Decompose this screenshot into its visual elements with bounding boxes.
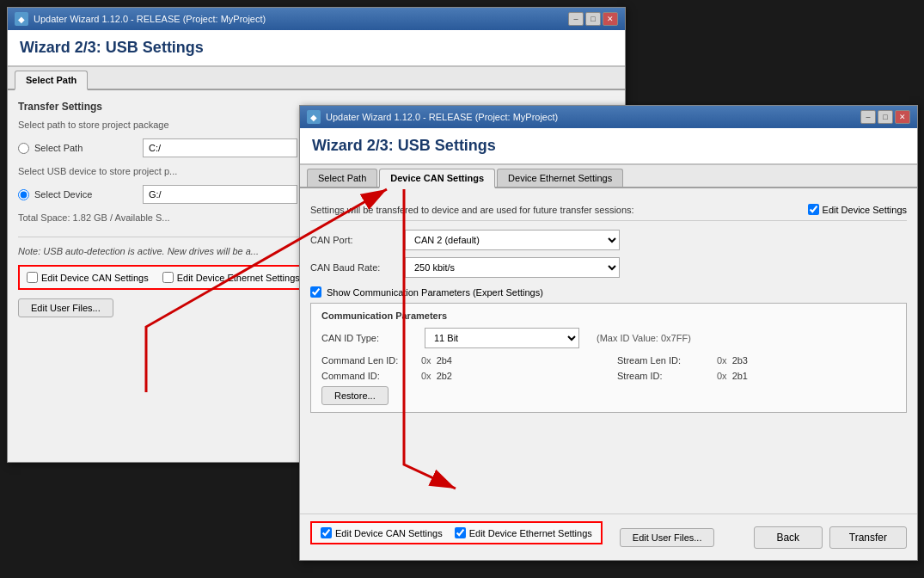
can-port-row: CAN Port: CAN 2 (default) — [310, 230, 907, 250]
show-params-label: Show Communication Parameters (Expert Se… — [327, 287, 543, 298]
back-btn[interactable]: Back — [754, 526, 823, 549]
edit-can-label-1: Edit Device CAN Settings — [41, 273, 149, 283]
can-id-type-select[interactable]: 11 Bit — [425, 328, 579, 348]
stream-id-hex: 0x — [717, 371, 727, 381]
close-btn-2[interactable]: ✕ — [895, 110, 910, 124]
settings-description: Settings will be transfered to device an… — [310, 205, 634, 215]
window-title-2: Updater Wizard 1.12.0 - RELEASE (Project… — [326, 112, 558, 122]
stream-len-id-value: 2b3 — [732, 355, 748, 366]
titlebar-1: ◆ Updater Wizard 1.12.0 - RELEASE (Proje… — [8, 8, 625, 30]
transfer-btn[interactable]: Transfer — [829, 526, 907, 549]
tab-bar-2: Select Path Device CAN Settings Device E… — [300, 165, 917, 188]
command-id-value: 2b2 — [437, 371, 452, 381]
restore-btn[interactable]: Restore... — [321, 386, 389, 405]
stream-id-value: 2b1 — [732, 371, 748, 381]
tab-select-path-1[interactable]: Select Path — [15, 71, 88, 90]
path-input[interactable] — [143, 138, 297, 157]
can-baud-label: CAN Baud Rate: — [310, 262, 396, 273]
edit-user-files-btn-1[interactable]: Edit User Files... — [18, 298, 113, 317]
params-grid: Command Len ID: 0x 2b4 Stream Len ID: 0x… — [321, 355, 896, 381]
titlebar-2: ◆ Updater Wizard 1.12.0 - RELEASE (Proje… — [300, 106, 917, 128]
show-params-row: Show Communication Parameters (Expert Se… — [310, 286, 907, 298]
can-baud-row: CAN Baud Rate: 250 kbit/s — [310, 257, 907, 278]
edit-ethernet-label-1: Edit Device Ethernet Settings — [177, 273, 300, 283]
edit-ethernet-label-2: Edit Device Ethernet Settings — [469, 528, 592, 538]
device-input[interactable] — [143, 185, 297, 204]
tab-can-settings[interactable]: Device CAN Settings — [379, 169, 495, 188]
edit-can-label-2: Edit Device CAN Settings — [335, 528, 443, 538]
select-path-label: Select Path — [34, 143, 138, 153]
app-icon-2: ◆ — [307, 110, 321, 124]
edit-can-cb-2[interactable] — [321, 527, 332, 538]
edit-user-files-btn-2[interactable]: Edit User Files... — [620, 528, 715, 547]
tab-select-path-2[interactable]: Select Path — [307, 169, 377, 187]
command-len-id-value: 2b4 — [437, 355, 452, 366]
window-2: ◆ Updater Wizard 1.12.0 - RELEASE (Proje… — [299, 105, 918, 561]
tab-bar-1: Select Path — [8, 67, 625, 90]
stream-len-id-hex: 0x — [717, 355, 727, 366]
comm-params-title: Communication Parameters — [321, 311, 896, 321]
edit-can-cb-1[interactable] — [27, 272, 38, 283]
stream-id-label: Stream ID: — [617, 371, 712, 381]
window-title-1: Updater Wizard 1.12.0 - RELEASE (Project… — [34, 14, 266, 24]
can-port-select[interactable]: CAN 2 (default) — [405, 230, 620, 250]
minimize-btn-2[interactable]: – — [860, 110, 876, 124]
tab-ethernet-settings[interactable]: Device Ethernet Settings — [497, 169, 623, 187]
maximize-btn-2[interactable]: □ — [878, 110, 893, 124]
can-id-type-label: CAN ID Type: — [321, 333, 416, 343]
select-device-label: Select Device — [34, 189, 138, 200]
params-box: Communication Parameters CAN ID Type: 11… — [310, 303, 907, 413]
bottom-bar-2: Edit Device CAN Settings Edit Device Eth… — [300, 513, 917, 560]
close-btn-1[interactable]: ✕ — [603, 12, 618, 26]
stream-len-id-row: Stream Len ID: 0x 2b3 — [617, 355, 896, 366]
minimize-btn-1[interactable]: – — [568, 12, 584, 26]
wizard-title-1: Wizard 2/3: USB Settings — [8, 30, 625, 67]
select-device-radio[interactable] — [18, 189, 29, 200]
edit-device-settings-label: Edit Device Settings — [823, 205, 907, 215]
app-icon-1: ◆ — [15, 12, 28, 26]
wizard-title-2: Wizard 2/3: USB Settings — [300, 128, 917, 165]
select-path-radio[interactable] — [18, 143, 29, 154]
command-id-label: Command ID: — [321, 371, 416, 381]
edit-device-settings-cb[interactable] — [808, 204, 819, 215]
stream-id-row: Stream ID: 0x 2b1 — [617, 371, 896, 381]
can-port-label: CAN Port: — [310, 235, 396, 245]
command-id-hex: 0x — [421, 371, 431, 381]
can-baud-select[interactable]: 250 kbit/s — [405, 257, 620, 278]
command-id-row: Command ID: 0x 2b2 — [321, 371, 600, 381]
settings-header: Settings will be transfered to device an… — [310, 199, 907, 221]
command-len-id-label: Command Len ID: — [321, 355, 416, 366]
stream-len-id-label: Stream Len ID: — [617, 355, 712, 366]
show-params-cb[interactable] — [310, 286, 321, 298]
command-len-id-row: Command Len ID: 0x 2b4 — [321, 355, 600, 366]
maximize-btn-1[interactable]: □ — [585, 12, 601, 26]
edit-ethernet-cb-2[interactable] — [455, 527, 466, 538]
command-len-id-hex: 0x — [421, 355, 431, 366]
max-id-note: (Max ID Value: 0x7FF) — [597, 333, 691, 343]
checkbox-row-2: Edit Device CAN Settings Edit Device Eth… — [310, 521, 603, 544]
edit-ethernet-cb-1[interactable] — [162, 272, 174, 283]
tab-content-2: Settings will be transfered to device an… — [300, 188, 917, 473]
